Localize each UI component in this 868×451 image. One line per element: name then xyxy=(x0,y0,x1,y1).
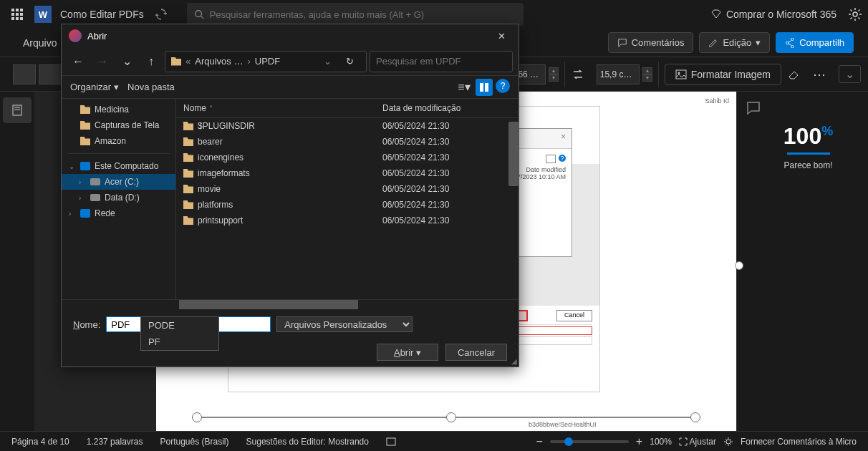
sidebar-item-capturas[interactable]: Capturas de Tela xyxy=(62,117,175,133)
height-input[interactable] xyxy=(597,64,640,84)
autocomplete-popup: PODE PF xyxy=(140,316,219,351)
progress-track xyxy=(192,417,700,418)
more-options-icon[interactable]: ⋯ xyxy=(806,67,833,82)
updf-icon xyxy=(69,29,82,42)
zoom-out-button[interactable]: − xyxy=(536,435,543,448)
reading-view-icon[interactable] xyxy=(386,437,396,447)
global-search[interactable] xyxy=(187,3,524,26)
svg-rect-9 xyxy=(485,83,488,92)
view-details-icon[interactable] xyxy=(476,79,493,96)
global-search-input[interactable] xyxy=(210,9,516,20)
vertical-scrollbar[interactable] xyxy=(508,122,519,299)
document-title[interactable]: Como Editar PDFs xyxy=(60,9,144,20)
new-folder-button[interactable]: Nova pasta xyxy=(127,82,175,92)
word-count[interactable]: 1.237 palavras xyxy=(87,437,143,447)
breadcrumb[interactable]: « Arquivos … › UPDF ⌄ ↻ xyxy=(165,51,367,72)
file-row[interactable]: $PLUGINSDIR 06/05/2024 21:30 xyxy=(176,118,519,134)
editor-panel: 100% Parece bom! xyxy=(736,92,868,431)
width-down[interactable]: ▾ xyxy=(549,74,559,82)
sync-icon[interactable] xyxy=(155,9,167,20)
nav-up-button[interactable]: ↑ xyxy=(140,52,162,72)
diamond-icon xyxy=(710,9,722,20)
pages-tab[interactable] xyxy=(3,97,32,123)
view-list-icon[interactable]: ≡▾ xyxy=(455,79,473,96)
close-x-icon: × xyxy=(561,132,566,145)
svg-rect-10 xyxy=(387,438,395,445)
dialog-close-button[interactable]: ✕ xyxy=(492,31,511,42)
dialog-footer: NNome:ome: Arquivos Personalizados xyxy=(62,309,519,339)
help-icon[interactable]: ? xyxy=(496,79,510,93)
file-row[interactable]: iconengines 06/05/2024 21:30 xyxy=(176,150,519,165)
sidebar-item-drive-d[interactable]: › Data (D:) xyxy=(62,190,175,205)
picture-icon xyxy=(675,69,687,80)
column-name[interactable]: Nome˄ xyxy=(183,103,382,113)
height-down[interactable]: ▾ xyxy=(642,74,652,82)
app-launcher-icon[interactable] xyxy=(6,3,29,26)
comments-button[interactable]: Comentários xyxy=(608,32,694,53)
nav-back-button[interactable]: ← xyxy=(67,52,89,72)
comment-bubble-icon[interactable] xyxy=(746,100,763,117)
share-button[interactable]: Compartilh xyxy=(776,32,854,53)
edit-button[interactable]: Edição ▾ xyxy=(699,32,770,53)
dialog-title-bar[interactable]: Abrir ✕ xyxy=(62,24,519,47)
folder-search-input[interactable] xyxy=(370,51,513,72)
chevron-down-icon[interactable]: ⌄ xyxy=(324,56,332,67)
file-row[interactable]: platforms 06/05/2024 21:30 xyxy=(176,197,519,213)
editor-message: Parece bom! xyxy=(746,160,868,170)
zoom-slider[interactable] xyxy=(550,440,629,443)
sidebar-item-network[interactable]: › Rede xyxy=(62,205,175,221)
buy-microsoft-button[interactable]: Comprar o Microsoft 365 xyxy=(710,9,836,20)
svg-rect-5 xyxy=(13,105,21,115)
fit-button[interactable]: Ajustar xyxy=(679,437,716,447)
page-indicator[interactable]: Página 4 de 10 xyxy=(11,437,69,447)
picture-style-thumb[interactable] xyxy=(39,64,62,84)
sidebar-item-medicina[interactable]: Medicina xyxy=(62,102,175,117)
file-row[interactable]: printsupport 06/05/2024 21:30 xyxy=(176,213,519,228)
open-button[interactable]: Abrir ▾ xyxy=(377,344,438,361)
cancel-button[interactable]: Cancelar xyxy=(445,344,507,361)
sidebar-item-amazon[interactable]: Amazon xyxy=(62,133,175,149)
column-date[interactable]: Data de modificação xyxy=(382,103,511,113)
search-icon xyxy=(194,9,204,19)
dialog-toolbar: Organizar ▾ Nova pasta ≡▾ ? xyxy=(62,76,519,99)
chevron-down-icon[interactable]: ⌄ xyxy=(839,65,861,83)
width-up[interactable]: ▴ xyxy=(549,67,559,74)
editor-suggestions[interactable]: Sugestões do Editor: Mostrando xyxy=(246,437,369,447)
file-row[interactable]: movie 06/05/2024 21:30 xyxy=(176,181,519,197)
share-icon xyxy=(785,38,795,48)
folder-icon xyxy=(171,57,181,66)
sidebar-item-this-pc[interactable]: ⌄ Este Computado xyxy=(62,158,175,174)
nav-recent-button[interactable]: ⌄ xyxy=(116,52,138,72)
horizontal-scrollbar[interactable] xyxy=(62,299,519,309)
resize-grip-icon[interactable]: ◢ xyxy=(511,357,517,365)
list-header: Nome˄ Data de modificação xyxy=(176,99,519,118)
autocomplete-item[interactable]: PF xyxy=(141,334,218,350)
organize-button[interactable]: Organizar ▾ xyxy=(70,82,119,92)
left-rail xyxy=(0,92,34,431)
status-bar: Página 4 de 10 1.237 palavras Português … xyxy=(0,431,868,451)
nav-forward-button[interactable]: → xyxy=(92,52,113,72)
dialog-title: Abrir xyxy=(87,31,107,42)
settings-icon[interactable] xyxy=(848,7,862,21)
eraser-icon[interactable] xyxy=(787,68,800,81)
dialog-sidebar: Medicina Capturas de Tela Amazon ⌄ Este … xyxy=(62,99,176,299)
sidebar-item-drive-c[interactable]: › Acer (C:) xyxy=(62,174,175,190)
dialog-nav: ← → ⌄ ↑ « Arquivos … › UPDF ⌄ ↻ xyxy=(62,47,519,76)
file-tab[interactable]: Arquivo xyxy=(14,37,65,49)
svg-point-11 xyxy=(726,440,730,444)
file-row[interactable]: bearer 06/05/2024 21:30 xyxy=(176,134,519,150)
zoom-in-button[interactable]: + xyxy=(636,435,642,448)
refresh-icon[interactable]: ↻ xyxy=(339,52,360,72)
file-row[interactable]: imageformats 06/05/2024 21:30 xyxy=(176,165,519,181)
brightness-icon[interactable] xyxy=(723,437,733,447)
format-image-button[interactable]: Formatar Imagem xyxy=(665,64,781,85)
language-indicator[interactable]: Português (Brasil) xyxy=(160,437,228,447)
swap-icon[interactable] xyxy=(571,67,585,82)
autocomplete-item[interactable]: PODE xyxy=(141,317,218,334)
feedback-link[interactable]: Fornecer Comentários à Micro xyxy=(741,437,857,447)
zoom-level[interactable]: 100% xyxy=(650,437,672,447)
url-fragment: b3d8bbwe!SecHealthUI xyxy=(529,421,597,428)
filter-select[interactable]: Arquivos Personalizados xyxy=(276,316,413,332)
remove-bg-thumb[interactable] xyxy=(13,64,36,84)
height-up[interactable]: ▴ xyxy=(642,67,652,74)
